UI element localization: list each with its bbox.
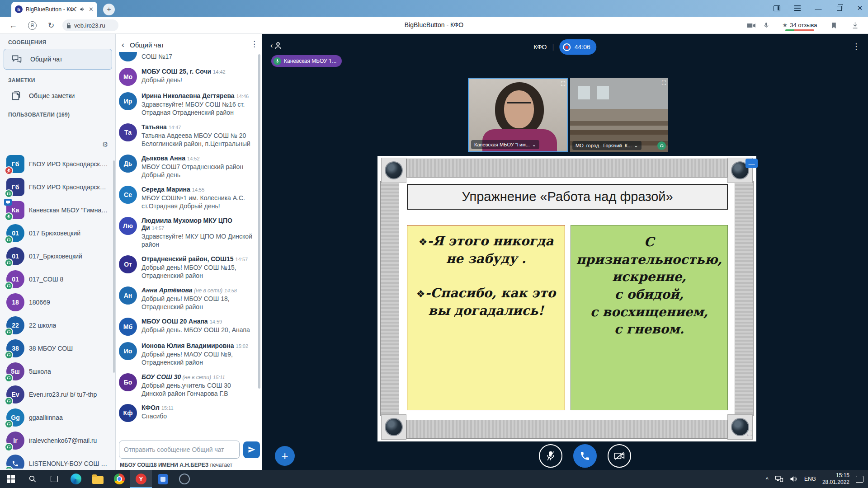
user-list-item[interactable]: 01017_Брюховецкий — [0, 244, 113, 267]
recording-timer: 44:06 — [575, 43, 590, 51]
hidden-icons-chevron[interactable]: ^ — [766, 476, 769, 483]
headset-badge-icon — [5, 328, 13, 336]
user-list-item[interactable]: 01017_СОШ 8 — [0, 267, 113, 291]
taskbar-clock[interactable]: 15:15 28.01.2022 — [822, 472, 849, 486]
user-name: 180669 — [29, 299, 50, 306]
user-list-item[interactable]: 01017 Брюховецкий — [0, 221, 113, 244]
user-list-item[interactable]: ГбГБОУ ИРО Краснодарск...(Вы) — [0, 152, 113, 175]
downloads-icon[interactable] — [848, 17, 862, 34]
share-webcam-button[interactable] — [608, 444, 631, 468]
language-indicator[interactable]: ENG — [804, 476, 816, 482]
browser-tab[interactable]: b BigBlueButton - КФО ✕ — [11, 2, 97, 17]
reload-button[interactable]: ↻ — [44, 17, 58, 34]
screen: b BigBlueButton - КФО ✕ + — ✕ ← Я ↻ veb.… — [0, 0, 868, 488]
presentation-fullscreen-icon[interactable]: ⛶ — [747, 430, 752, 438]
user-list-item[interactable]: ГбГБОУ ИРО Краснодарского ... — [0, 175, 113, 198]
user-list-item[interactable]: 3838 МБОУ СОШ — [0, 337, 113, 360]
new-tab-button[interactable]: + — [103, 4, 115, 15]
webcam-video-1[interactable]: ⛶ Каневская МБОУ "Гим... ⌄ — [468, 78, 568, 152]
back-button[interactable]: ← — [6, 17, 20, 34]
chat-options-icon[interactable]: ⋮ — [250, 39, 259, 49]
mute-mic-button[interactable] — [539, 444, 562, 468]
panels-icon[interactable] — [771, 4, 782, 13]
leave-audio-button[interactable] — [573, 444, 597, 468]
message-sender: БОУ СОШ 30 (не в сети)15:11 — [142, 373, 255, 380]
taskbar-edge-button[interactable] — [65, 470, 87, 488]
headset-badge-icon — [5, 282, 13, 290]
user-name: 38 МБОУ СОШ — [29, 345, 73, 352]
user-list-item[interactable]: LISTENONLY-БОУ СОШ 31 Со... — [0, 452, 113, 469]
user-list: ГбГБОУ ИРО Краснодарск...(Вы)ГбГБОУ ИРО … — [0, 152, 113, 469]
user-list-item[interactable]: КаКаневская МБОУ "Гимназия" — [0, 198, 113, 221]
video-name-dropdown[interactable]: МО_город_ Горячий_К... ⌄ — [572, 141, 642, 150]
start-button[interactable] — [0, 470, 22, 488]
volume-icon[interactable] — [790, 475, 798, 483]
message-time: 14:57 — [236, 257, 248, 262]
headset-badge-icon — [5, 443, 13, 451]
user-list-item[interactable]: Iriralevchenko67@mail.ru — [0, 429, 113, 452]
sidebar-item-shared-notes[interactable]: Общие заметки — [4, 85, 112, 106]
send-message-button[interactable] — [243, 441, 260, 458]
browser-menu-icon[interactable] — [792, 4, 803, 13]
tab-audio-icon[interactable] — [80, 6, 85, 12]
minimize-presentation-button[interactable]: — — [745, 159, 758, 168]
slide-text-line: искренне, — [571, 268, 727, 286]
message-sender: Людмила Мухомор МКУ ЦПО Ди14:57 — [142, 217, 255, 231]
video-name-dropdown[interactable]: Каневская МБОУ "Гим... ⌄ — [471, 140, 539, 149]
task-view-button[interactable] — [43, 470, 65, 488]
userlist-scrollbar[interactable] — [113, 160, 115, 373]
webcam-video-2[interactable]: ⛶ МО_город_ Горячий_К... ⌄ — [569, 78, 668, 152]
user-list-item[interactable]: 2222 школа — [0, 314, 113, 337]
taskbar-explorer-button[interactable] — [87, 470, 108, 488]
actions-plus-button[interactable]: + — [275, 446, 295, 466]
reviews-button[interactable]: ★ 34 отзыва — [779, 17, 820, 34]
chat-collapse-icon[interactable]: ‹ — [122, 40, 124, 50]
window-close-button[interactable]: ✕ — [854, 4, 865, 13]
action-center-icon[interactable] — [856, 476, 863, 483]
bookmark-icon[interactable] — [827, 17, 840, 34]
window-restore-button[interactable] — [834, 4, 844, 13]
user-avatar: 22 — [6, 316, 24, 334]
taskbar-chrome-button[interactable] — [108, 470, 130, 488]
video-fullscreen-icon[interactable]: ⛶ — [662, 80, 666, 87]
video-fullscreen-icon[interactable]: ⛶ — [561, 80, 565, 88]
talker-indicator[interactable]: Каневская МБОУ 'Г... — [271, 55, 342, 67]
camera-permission-icon[interactable] — [745, 17, 758, 34]
chat-scrollbar[interactable] — [258, 54, 260, 389]
talker-name: Каневская МБОУ 'Г... — [284, 58, 336, 64]
chat-message-input[interactable] — [119, 441, 240, 459]
users-settings-gear-icon[interactable]: ⚙ — [102, 141, 108, 149]
screen-share-icon — [4, 199, 12, 206]
toggle-userlist-button[interactable]: ‹ — [270, 41, 283, 50]
user-list-item[interactable]: 5ш5школа — [0, 360, 113, 383]
slide-text-line: с гневом. — [571, 321, 727, 338]
address-bar[interactable]: veb.iro23.ru — [62, 19, 118, 31]
user-list-item[interactable]: EvEven.iro23.ru/ b/ tu7-thp — [0, 383, 113, 406]
caret-down-icon: ⌄ — [634, 143, 638, 149]
mic-off-badge-icon — [5, 166, 13, 175]
taskbar-app-dark-button[interactable] — [174, 470, 195, 488]
user-list-item[interactable]: 18180669 — [0, 291, 113, 314]
meeting-options-icon[interactable]: ⋮ — [852, 42, 861, 52]
yandex-browser-icon: Y — [136, 474, 146, 484]
user-name: ГБОУ ИРО Краснодарского ... — [29, 183, 109, 191]
yandex-button[interactable]: Я — [25, 17, 39, 34]
message-time: 14:46 — [236, 94, 249, 99]
slide-text-line: не забуду . — [407, 250, 565, 268]
taskbar-yandex-button[interactable]: Y — [130, 470, 152, 488]
recording-indicator[interactable]: 44:06 — [560, 39, 597, 55]
chrome-icon — [114, 474, 125, 484]
network-icon[interactable] — [775, 475, 783, 483]
user-avatar: 01 — [6, 224, 24, 242]
user-name: Каневская МБОУ "Гимназия" — [29, 206, 109, 214]
user-list-item[interactable]: Ggggaalliinnaa — [0, 406, 113, 429]
user-avatar: Ir — [6, 432, 24, 450]
taskbar-app-blue-button[interactable] — [152, 470, 174, 488]
mic-permission-icon[interactable] — [760, 17, 772, 34]
sidebar-item-public-chat[interactable]: Общий чат — [4, 49, 112, 70]
window-minimize-button[interactable]: — — [813, 4, 824, 13]
users-header: ПОЛЬЗОВАТЕЛИ (169) — [8, 112, 70, 118]
chat-header-title: Общий чат — [130, 41, 164, 49]
taskbar-search-button[interactable] — [22, 470, 43, 488]
tab-close-icon[interactable]: ✕ — [89, 6, 94, 13]
